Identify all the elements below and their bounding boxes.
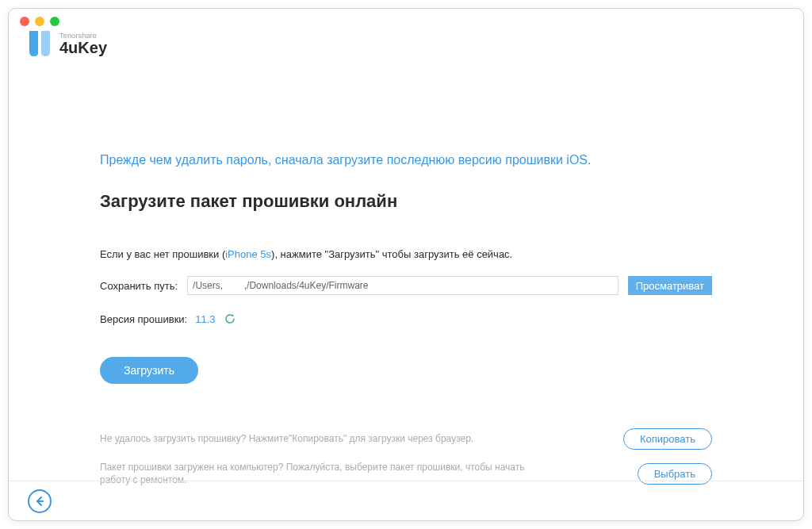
maximize-icon[interactable] xyxy=(50,17,59,26)
minimize-icon[interactable] xyxy=(35,17,44,26)
download-button[interactable]: Загрузить xyxy=(100,357,198,384)
titlebar xyxy=(9,9,803,26)
main-content: Прежде чем удалить пароль, сначала загру… xyxy=(9,58,803,486)
app-window: Tenorshare 4uKey Прежде чем удалить паро… xyxy=(8,8,804,521)
brand: Tenorshare 4uKey xyxy=(9,26,803,58)
back-button[interactable] xyxy=(28,489,52,513)
firmware-hint: Если у вас нет прошивки (iPhone 5s), наж… xyxy=(100,248,712,260)
browse-button[interactable]: Просматриват xyxy=(628,276,712,295)
firmware-version-row: Версия прошивки: 11.3 xyxy=(100,312,712,325)
save-path-label: Сохранить путь: xyxy=(100,280,178,292)
brand-product: 4uKey xyxy=(59,40,107,56)
brand-logo-icon xyxy=(26,29,53,58)
device-model-link[interactable]: iPhone 5s xyxy=(225,248,271,260)
section-title: Загрузите пакет прошивки онлайн xyxy=(100,191,712,212)
save-path-row: Сохранить путь: Просматриват xyxy=(100,276,712,295)
save-path-input[interactable] xyxy=(187,276,619,295)
refresh-icon[interactable] xyxy=(224,312,236,325)
hint-prefix: Если у вас нет прошивки ( xyxy=(100,248,225,260)
hint-suffix: ), нажмите "Загрузить" чтобы загрузить е… xyxy=(271,248,512,260)
info-message: Прежде чем удалить пароль, сначала загру… xyxy=(100,153,712,167)
copy-button[interactable]: Копировать xyxy=(623,428,712,450)
firmware-version-value: 11.3 xyxy=(195,313,215,325)
bottom-bar xyxy=(9,481,803,520)
window-controls xyxy=(20,17,59,26)
copy-hint-text: Не удалось загрузить прошивку? Нажмите"К… xyxy=(100,432,473,445)
firmware-version-label: Версия прошивки: xyxy=(100,313,187,325)
close-icon[interactable] xyxy=(20,17,29,26)
copy-row: Не удалось загрузить прошивку? Нажмите"К… xyxy=(100,428,712,450)
arrow-left-icon xyxy=(33,495,46,508)
